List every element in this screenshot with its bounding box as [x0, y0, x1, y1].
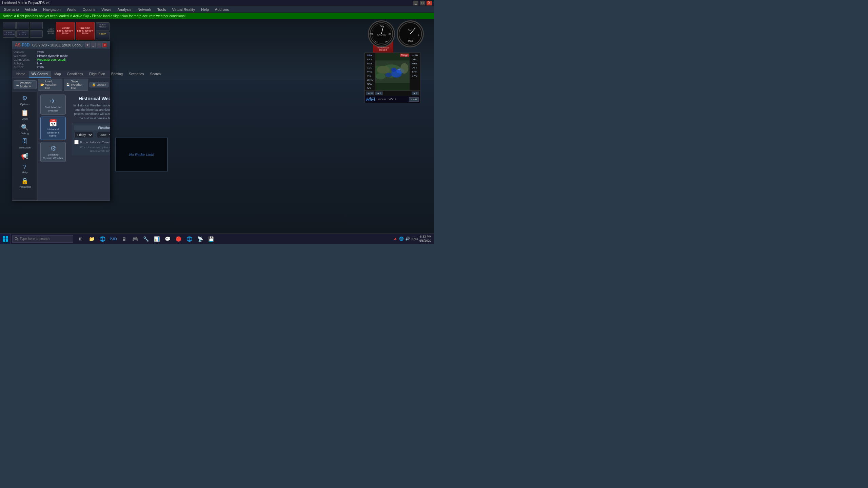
maximize-button[interactable]: □ — [420, 1, 425, 5]
radar-item-bkg[interactable]: BKG — [411, 74, 419, 78]
as-minimize-button[interactable]: _ — [91, 43, 96, 47]
search-input[interactable] — [20, 237, 71, 241]
taskbar-search-box[interactable] — [12, 235, 73, 243]
radar-item-rte[interactable]: RTE — [366, 62, 374, 65]
force-time-hint: When the above option is checked, the ti… — [74, 146, 110, 153]
load-weather-button[interactable]: 📂 Load Weather File — [38, 79, 62, 91]
svg-text:30: 30 — [380, 25, 383, 27]
nav-scenarios[interactable]: Scenarios — [126, 71, 146, 78]
radar-item-dst[interactable]: DST — [411, 66, 419, 69]
menu-help[interactable]: Help — [198, 7, 212, 12]
sidebar-item-debug[interactable]: 🔍 Debug — [12, 122, 37, 136]
app-menu: Scenario Vehicle Navigation World Option… — [0, 6, 434, 13]
nav-conditions[interactable]: Conditions — [64, 71, 86, 78]
clock-time: 8:33 PM — [419, 235, 431, 239]
as-toolbar: ☁ Weather Mode ▼ 📂 Load Weather File 💾 S… — [12, 78, 110, 92]
as-nav: Home Wx Control Map Conditions Flight Pl… — [12, 70, 110, 78]
custom-weather-button[interactable]: ⚙ Switch to Custom Weather — [40, 142, 66, 162]
taskbar-icon-app4[interactable]: 📊 — [152, 234, 161, 244]
taskbar-icon-app3[interactable]: 🔧 — [141, 234, 151, 244]
month-select[interactable]: June — [97, 132, 110, 138]
as-window-title: 6/5/2020 - 1820Z (2020 Local) — [32, 43, 83, 47]
plane-icon: ✈ — [50, 97, 56, 105]
radar-item-cld[interactable]: CLD — [366, 66, 374, 69]
force-time-label: Force Historical Time to Sim Time — [80, 141, 110, 144]
filter-button[interactable]: ▼ — [85, 43, 90, 47]
svg-text:160: 160 — [373, 40, 377, 43]
nav-search[interactable]: Search — [147, 71, 163, 78]
taskbar-icon-app2[interactable]: 🎮 — [130, 234, 140, 244]
radar-item-wnd[interactable]: WND — [366, 78, 374, 82]
radar-item-vis[interactable]: VIS — [366, 74, 374, 78]
taskbar-icon-app1[interactable]: 🖥 — [119, 234, 129, 244]
menu-vr[interactable]: Virtual Reality — [170, 7, 198, 12]
menu-vehicle[interactable]: Vehicle — [22, 7, 39, 12]
taskbar-icon-explorer[interactable]: 📁 — [87, 234, 96, 244]
menu-views[interactable]: Views — [99, 7, 114, 12]
menu-world[interactable]: World — [64, 7, 79, 12]
taskbar: ⊞ 📁 🌐 P3D 🖥 🎮 🔧 📊 💬 🔴 🌐 📡 💾 🔺 🌐 🔊 ENG 8:… — [0, 233, 434, 244]
start-button[interactable] — [0, 233, 11, 244]
menu-addons[interactable]: Add-ons — [212, 7, 232, 12]
menu-network[interactable]: Network — [135, 7, 154, 12]
radar-item-sta[interactable]: STA — [366, 54, 374, 57]
taskbar-icon-chrome[interactable]: 🌐 — [98, 234, 107, 244]
radar-item-met[interactable]: MET — [411, 62, 419, 65]
sidebar-item-database[interactable]: 🗄 Database — [12, 137, 37, 150]
nav-briefing[interactable]: Briefing — [108, 71, 125, 78]
taskbar-clock: 8:33 PM 6/5/2020 — [419, 235, 431, 243]
svg-text:8: 8 — [418, 34, 419, 36]
save-weather-button[interactable]: 💾 Save Weather File — [64, 79, 88, 91]
menu-navigation[interactable]: Navigation — [40, 7, 63, 12]
radar-nav-w[interactable]: ◄ W — [366, 92, 374, 95]
radar-item-apt[interactable]: APT — [366, 58, 374, 61]
as-maximize-button[interactable]: □ — [97, 43, 101, 47]
historical-weather-button[interactable]: 📅 Historical Weather is Active! — [40, 117, 66, 140]
svg-point-21 — [377, 66, 390, 74]
day-select[interactable]: Friday — [74, 132, 93, 138]
radar-item-trk[interactable]: TRK — [411, 70, 419, 74]
taskbar-icon-app8[interactable]: 📡 — [195, 234, 205, 244]
menu-scenario[interactable]: Scenario — [1, 7, 21, 12]
force-time-checkbox[interactable] — [74, 140, 79, 144]
menu-options[interactable]: Options — [80, 7, 98, 12]
taskbar-icon-app5[interactable]: 💬 — [163, 234, 172, 244]
weather-mode-button[interactable]: ☁ Weather Mode ▼ — [14, 80, 37, 89]
sidebar-item-password[interactable]: 🔒 Password — [12, 176, 37, 190]
svg-point-30 — [15, 237, 17, 240]
taskbar-icon-p3d[interactable]: P3D — [108, 234, 118, 244]
sidebar-item-logs[interactable]: 📋 Logs — [12, 108, 37, 122]
radar-panel: STA APT RTE CLD PRE VIS WND NAV A/C — [364, 53, 420, 103]
radar-nav-z[interactable]: ◄ Z — [375, 92, 382, 95]
sidebar-item-broadcast[interactable]: 📢 — [12, 151, 37, 162]
taskbar-icon-task-view[interactable]: ⊞ — [76, 234, 85, 244]
live-weather-button[interactable]: ✈ Switch to Live Weather — [40, 95, 66, 115]
radar-item-nav[interactable]: NAV — [366, 82, 374, 86]
svg-text:ALT: ALT — [408, 28, 413, 31]
radar-nav-t[interactable]: ◄ T — [412, 92, 419, 95]
pwr-button[interactable]: PWR — [409, 97, 419, 102]
radar-item-pre[interactable]: PRE — [366, 70, 374, 74]
taskbar-icon-app6[interactable]: 🔴 — [174, 234, 183, 244]
unlock-button[interactable]: 🔓 Unlock — [90, 82, 108, 87]
sidebar-item-options[interactable]: ⚙ Options — [12, 93, 37, 107]
sidebar-item-help[interactable]: ? Help — [12, 163, 37, 175]
svg-text:1000: 1000 — [408, 40, 413, 42]
menu-tools[interactable]: Tools — [155, 7, 169, 12]
taskbar-systray: 🔺 🌐 🔊 ENG 8:33 PM 6/5/2020 — [393, 235, 434, 243]
save-icon: 💾 — [66, 83, 70, 86]
taskbar-icon-app7[interactable]: 🌐 — [184, 234, 194, 244]
as-close-button[interactable]: X — [102, 43, 107, 47]
radar-item-dtl[interactable]: DTL — [411, 58, 419, 61]
nav-map[interactable]: Map — [52, 71, 63, 78]
nav-wx-control[interactable]: Wx Control — [29, 71, 51, 78]
svg-rect-28 — [3, 239, 5, 242]
nav-home[interactable]: Home — [14, 71, 28, 78]
radar-item-ac[interactable]: A/C — [366, 86, 374, 90]
taskbar-icon-app9[interactable]: 💾 — [206, 234, 216, 244]
nav-flight-plan[interactable]: Flight Plan — [86, 71, 108, 78]
radar-item-wsh[interactable]: WSH — [411, 54, 419, 57]
menu-analysis[interactable]: Analysis — [115, 7, 134, 12]
minimize-button[interactable]: _ — [413, 1, 418, 5]
close-button[interactable]: X — [427, 1, 432, 5]
